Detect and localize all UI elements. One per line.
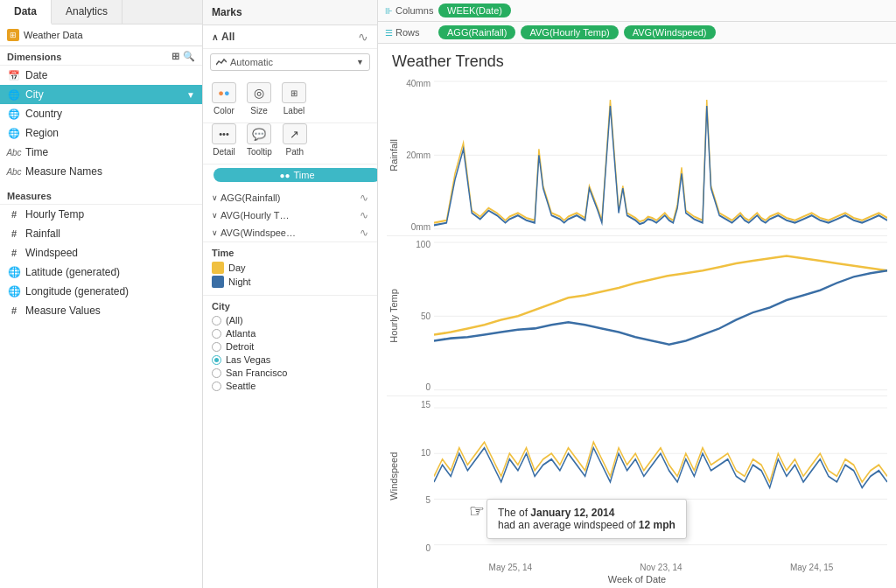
hourly-temp-chart-row: Hourly Temp 100 50 0 <box>387 236 887 397</box>
tooltip-date: January 12, 2014 <box>530 507 614 519</box>
rainfall-y-label: Rainfall <box>387 75 401 235</box>
city-san-francisco[interactable]: San Francisco <box>212 368 368 378</box>
hash-icon-values: # <box>7 304 21 318</box>
columns-week-pill[interactable]: WEEK(Date) <box>438 4 511 18</box>
detail-button[interactable]: ••• Detail <box>212 123 236 157</box>
agg-windspeed-label: ∨ AVG(Windspee… <box>212 228 296 238</box>
measure-rainfall[interactable]: # Rainfall <box>0 224 202 243</box>
city-all[interactable]: (All) <box>212 315 368 326</box>
city-atlanta[interactable]: Atlanta <box>212 328 368 339</box>
size-button[interactable]: ◎ Size <box>247 82 271 116</box>
data-source-row[interactable]: ⊞ Weather Data <box>0 24 202 46</box>
tooltip: The of January 12, 2014 had an average w… <box>486 499 687 539</box>
rows-hourly-pill[interactable]: AVG(Hourly Temp) <box>521 25 618 39</box>
charts-area: Rainfall 40mm 20mm 0mm <box>378 75 896 561</box>
hourly-temp-y-axis: 100 50 0 <box>401 236 434 396</box>
rainfall-tick-0: 0mm <box>411 222 430 232</box>
label-label: Label <box>284 106 304 116</box>
marks-dropdown-label: Automatic <box>230 57 273 67</box>
agg-windspeed-text: AVG(Windspee… <box>220 228 296 238</box>
chart-title: Weather Trends <box>378 44 896 75</box>
tooltip-line1: The of January 12, 2014 <box>498 507 676 519</box>
dim-time-label: Time <box>25 146 48 158</box>
city-seattle[interactable]: Seattle <box>212 381 368 391</box>
rainfall-chart-row: Rainfall 40mm 20mm 0mm <box>387 75 887 236</box>
night-color-swatch <box>212 276 224 288</box>
dimension-time[interactable]: Abc Time <box>0 143 202 162</box>
time-legend-title: Time <box>212 248 368 258</box>
chevron-agg1: ∨ <box>212 193 218 202</box>
color-icon: ●● <box>212 82 236 103</box>
tooltip-value: 12 mph <box>639 519 676 531</box>
tooltip-button[interactable]: 💬 Tooltip <box>247 123 272 157</box>
windspeed-svg-area: ☞ The of January 12, 2014 had an average… <box>434 396 887 556</box>
chart-panel: ⊪ Columns WEEK(Date) ☰ Rows AGG(Rainfall… <box>378 0 896 588</box>
tab-data[interactable]: Data <box>0 0 52 24</box>
globe-icon-region: 🌐 <box>7 126 21 140</box>
dim-measure-names-label: Measure Names <box>25 165 102 178</box>
meas-hourly-label: Hourly Temp <box>25 208 84 220</box>
city-atlanta-label: Atlanta <box>226 328 256 339</box>
rows-windspeed-pill[interactable]: AVG(Windspeed) <box>624 25 716 39</box>
marks-panel: Marks ∧ All ∿ Automatic ▼ ●● Color ◎ Siz… <box>203 0 378 588</box>
dim-region-label: Region <box>25 127 59 139</box>
city-detroit[interactable]: Detroit <box>212 341 368 352</box>
hash-icon-windspeed: # <box>7 246 21 260</box>
radio-detroit <box>212 342 221 352</box>
x-axis-title: Week of Date <box>378 574 896 584</box>
dimension-date[interactable]: 📅 Date <box>0 66 202 85</box>
rows-label: ☰ Rows <box>385 27 433 38</box>
dimension-city[interactable]: 🌐 City ▼ <box>0 85 202 104</box>
line-agg3: ∿ <box>360 227 368 239</box>
tooltip-line2-prefix: had an average windspeed of <box>498 519 639 531</box>
marks-icons-row2: ••• Detail 💬 Tooltip ↗ Path <box>203 123 377 164</box>
dim-date-label: Date <box>25 69 47 81</box>
agg-windspeed-row[interactable]: ∨ AVG(Windspee… ∿ <box>203 224 377 242</box>
marks-type-dropdown[interactable]: Automatic ▼ <box>210 53 370 71</box>
agg-hourly-text: AVG(Hourly T… <box>220 210 289 220</box>
hash-icon-hourly: # <box>7 207 21 221</box>
city-las-vegas[interactable]: Las Vegas <box>212 354 368 365</box>
search-icon[interactable]: 🔍 <box>183 51 195 62</box>
measure-values[interactable]: # Measure Values <box>0 301 202 320</box>
dimension-measure-names[interactable]: Abc Measure Names <box>0 162 202 181</box>
pill-dots-icon: ●● <box>279 171 290 180</box>
color-button[interactable]: ●● Color <box>212 82 236 116</box>
measure-longitude[interactable]: 🌐 Longitude (generated) <box>0 282 202 301</box>
abc-icon-time: Abc <box>7 145 21 159</box>
windspeed-y-axis: 15 10 5 0 <box>401 396 434 556</box>
time-legend: Time Day Night <box>203 242 377 295</box>
tab-bar: Data Analytics <box>0 0 202 24</box>
path-button[interactable]: ↗ Path <box>283 123 307 157</box>
agg-hourly-row[interactable]: ∨ AVG(Hourly T… ∿ <box>203 206 377 224</box>
rainfall-tick-40: 40mm <box>406 79 430 88</box>
calendar-icon: 📅 <box>7 68 21 82</box>
rows-rainfall-pill[interactable]: AGG(Rainfall) <box>438 25 515 39</box>
globe-icon-lat: 🌐 <box>7 265 21 279</box>
marks-all-row: ∧ All ∿ <box>203 25 377 49</box>
rainfall-tick-20: 20mm <box>406 150 430 160</box>
agg-rainfall-row[interactable]: ∨ AGG(Rainfall) ∿ <box>203 189 377 206</box>
time-pill[interactable]: ●● Time <box>214 168 378 182</box>
measure-windspeed[interactable]: # Windspeed <box>0 243 202 262</box>
meas-rainfall-label: Rainfall <box>25 228 60 240</box>
hourly-temp-svg-area <box>434 236 887 396</box>
measure-hourly-temp[interactable]: # Hourly Temp <box>0 205 202 224</box>
city-las-vegas-label: Las Vegas <box>226 354 270 365</box>
legend-day-label: Day <box>228 262 246 273</box>
dimension-country[interactable]: 🌐 Country <box>0 104 202 123</box>
dimension-region[interactable]: 🌐 Region <box>0 123 202 143</box>
globe-icon-lon: 🌐 <box>7 284 21 298</box>
tab-analytics[interactable]: Analytics <box>52 0 122 24</box>
label-icon: ⊞ <box>282 82 306 103</box>
radio-sf <box>212 368 221 378</box>
city-filter: City (All) Atlanta Detroit Las Vegas San… <box>203 295 377 399</box>
time-pill-container: ●● Time <box>203 164 377 189</box>
measure-latitude[interactable]: 🌐 Latitude (generated) <box>0 262 202 282</box>
grid-icon[interactable]: ⊞ <box>172 51 179 62</box>
measures-header: Measures <box>0 186 202 205</box>
hourly-temp-svg <box>434 236 887 396</box>
label-button[interactable]: ⊞ Label <box>282 82 306 116</box>
hourly-tick-0: 0 <box>425 382 430 392</box>
tooltip-mid: of <box>519 507 530 519</box>
